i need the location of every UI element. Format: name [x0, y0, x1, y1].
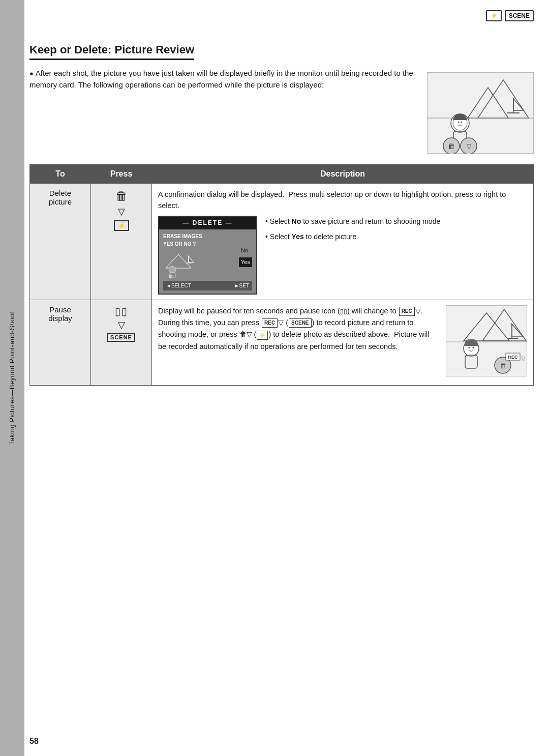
svg-text:▽: ▽: [521, 355, 526, 361]
delete-bullets: • Select No to save picture and return t…: [265, 216, 440, 243]
pause-label: Pausedisplay: [48, 305, 72, 323]
dialog-option-no: No: [239, 246, 252, 255]
col-to-delete: Deletepicture: [30, 184, 91, 300]
dialog-box: — DELETE — ERASE IMAGESYES OR NO ?: [158, 216, 257, 295]
dialog-set-label: ►SET: [234, 282, 249, 290]
delete-label: Deletepicture: [49, 189, 72, 206]
header-description: Description: [152, 165, 534, 184]
delete-desc-intro: A confirmation dialog will be displayed.…: [158, 189, 527, 212]
pause-down-arrow-icon: ▽: [118, 319, 125, 331]
flash-press-badge: ⚡: [114, 220, 129, 231]
svg-text:🗑: 🗑: [448, 142, 455, 150]
dialog-select-label: ◄SELECT: [166, 282, 191, 290]
table-row-pause: Pausedisplay ▯▯ ▽ SCENE Display will be …: [30, 300, 534, 385]
svg-point-34: [473, 347, 474, 348]
delete-press-icons: 🗑 ▽ ⚡: [97, 189, 145, 231]
scene-badge-inline: SCENE: [289, 318, 311, 328]
svg-point-11: [461, 122, 463, 123]
svg-point-33: [469, 347, 470, 348]
pause-desc-p1: Display will be paused for ten seconds a…: [158, 305, 438, 353]
sidebar-label: Taking Pictures—Beyond Point-and-Shoot: [9, 311, 16, 445]
rec-badge-2: REC: [262, 318, 278, 328]
pause-double-rect-icon: ▯▯: [115, 305, 128, 317]
intro-section: ●After each shot, the picture you have j…: [29, 67, 534, 155]
flash-badge-inline: ⚡: [257, 331, 268, 340]
main-table: To Press Description Deletepicture 🗑 ▽ ⚡: [29, 164, 534, 386]
main-content: Keep or Delete: Picture Review ●After ea…: [29, 15, 534, 725]
rec-badge-inline: REC: [399, 307, 415, 316]
col-press-delete: 🗑 ▽ ⚡: [91, 184, 152, 300]
pause-illustration: 🗑 REC ▽: [446, 305, 527, 380]
bullet-yes: • Select Yes to delete picture: [265, 231, 440, 242]
svg-text:REC: REC: [508, 355, 518, 360]
bullet-no: • Select No to save picture and return t…: [265, 216, 440, 227]
intro-text: ●After each shot, the picture you have j…: [29, 67, 417, 91]
pause-scene-svg: 🗑 REC ▽: [446, 305, 527, 376]
dialog-erase-text: ERASE IMAGESYES OR NO ?: [163, 232, 235, 248]
scene-press-badge: SCENE: [107, 333, 135, 342]
sidebar-dot-icon: ●: [29, 70, 34, 77]
dialog-option-yes: Yes: [239, 257, 252, 267]
delete-dialog-area: — DELETE — ERASE IMAGESYES OR NO ?: [158, 216, 527, 295]
page-number: 58: [29, 737, 39, 746]
dialog-title: — DELETE —: [159, 217, 256, 229]
pause-desc-text: Display will be paused for ten seconds a…: [158, 305, 438, 353]
page-title: Keep or Delete: Picture Review: [29, 43, 194, 60]
svg-point-22: [169, 266, 176, 273]
trash-press-icon: 🗑: [115, 189, 128, 203]
dialog-bottom-bar: ◄SELECT ►SET: [163, 281, 252, 291]
dialog-options: No Yes: [239, 232, 252, 281]
header-press: Press: [91, 165, 152, 184]
pause-desc-area: Display will be paused for ten seconds a…: [158, 305, 527, 380]
pause-press-icons: ▯▯ ▽ SCENE: [97, 305, 145, 342]
dialog-left: ERASE IMAGESYES OR NO ?: [163, 232, 235, 281]
sidebar: Taking Pictures—Beyond Point-and-Shoot: [0, 0, 24, 756]
table-header-row: To Press Description: [30, 165, 534, 184]
svg-text:🗑: 🗑: [168, 273, 173, 278]
col-press-pause: ▯▯ ▽ SCENE: [91, 300, 152, 385]
svg-point-10: [458, 122, 460, 123]
svg-text:🗑: 🗑: [500, 362, 506, 369]
col-desc-delete: A confirmation dialog will be displayed.…: [152, 184, 534, 300]
svg-text:▽: ▽: [467, 143, 472, 150]
down-arrow-icon: ▽: [118, 206, 125, 217]
table-row-delete: Deletepicture 🗑 ▽ ⚡ A confirmation dialo…: [30, 184, 534, 300]
camera-illustration: 🗑 ▽: [427, 72, 534, 155]
dialog-body: ERASE IMAGESYES OR NO ?: [159, 229, 256, 294]
col-to-pause: Pausedisplay: [30, 300, 91, 385]
header-to: To: [30, 165, 91, 184]
delete-dialog-mockup: — DELETE — ERASE IMAGESYES OR NO ?: [158, 216, 257, 295]
dialog-inner-scene: 🗑: [163, 250, 196, 278]
col-desc-pause: Display will be paused for ten seconds a…: [152, 300, 534, 385]
camera-scene-svg: 🗑 ▽: [427, 72, 534, 154]
